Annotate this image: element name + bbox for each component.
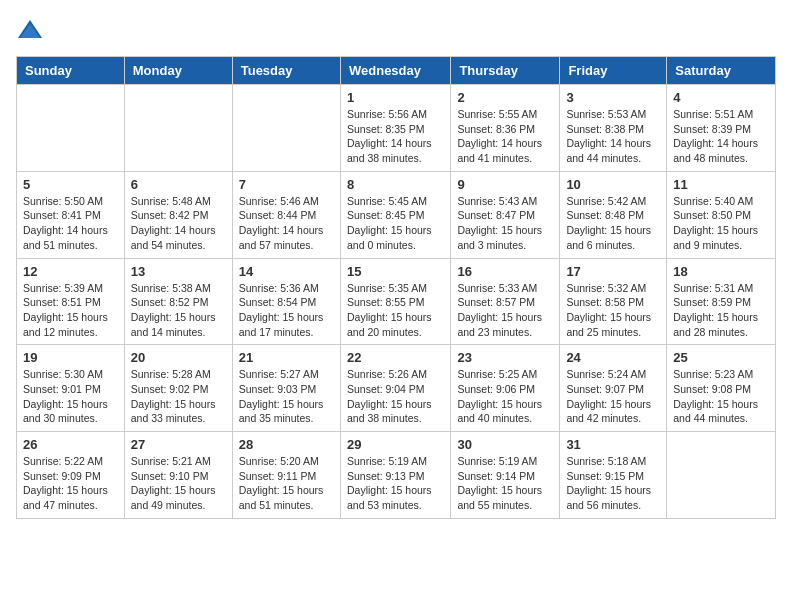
- day-header-friday: Friday: [560, 57, 667, 85]
- week-row-4: 19Sunrise: 5:30 AM Sunset: 9:01 PM Dayli…: [17, 345, 776, 432]
- day-header-tuesday: Tuesday: [232, 57, 340, 85]
- cell-info: Sunrise: 5:35 AM Sunset: 8:55 PM Dayligh…: [347, 281, 444, 340]
- calendar-cell: 21Sunrise: 5:27 AM Sunset: 9:03 PM Dayli…: [232, 345, 340, 432]
- calendar-cell: 11Sunrise: 5:40 AM Sunset: 8:50 PM Dayli…: [667, 171, 776, 258]
- calendar-cell: 20Sunrise: 5:28 AM Sunset: 9:02 PM Dayli…: [124, 345, 232, 432]
- cell-date: 31: [566, 437, 660, 452]
- calendar-cell: [124, 85, 232, 172]
- calendar-cell: 10Sunrise: 5:42 AM Sunset: 8:48 PM Dayli…: [560, 171, 667, 258]
- cell-info: Sunrise: 5:38 AM Sunset: 8:52 PM Dayligh…: [131, 281, 226, 340]
- cell-date: 2: [457, 90, 553, 105]
- week-row-1: 1Sunrise: 5:56 AM Sunset: 8:35 PM Daylig…: [17, 85, 776, 172]
- cell-info: Sunrise: 5:27 AM Sunset: 9:03 PM Dayligh…: [239, 367, 334, 426]
- calendar-cell: 7Sunrise: 5:46 AM Sunset: 8:44 PM Daylig…: [232, 171, 340, 258]
- cell-date: 11: [673, 177, 769, 192]
- cell-info: Sunrise: 5:19 AM Sunset: 9:13 PM Dayligh…: [347, 454, 444, 513]
- logo-icon: [16, 16, 44, 44]
- calendar-cell: 17Sunrise: 5:32 AM Sunset: 8:58 PM Dayli…: [560, 258, 667, 345]
- day-header-sunday: Sunday: [17, 57, 125, 85]
- cell-info: Sunrise: 5:24 AM Sunset: 9:07 PM Dayligh…: [566, 367, 660, 426]
- calendar-cell: 25Sunrise: 5:23 AM Sunset: 9:08 PM Dayli…: [667, 345, 776, 432]
- calendar-cell: 31Sunrise: 5:18 AM Sunset: 9:15 PM Dayli…: [560, 432, 667, 519]
- cell-date: 5: [23, 177, 118, 192]
- calendar-cell: 4Sunrise: 5:51 AM Sunset: 8:39 PM Daylig…: [667, 85, 776, 172]
- cell-date: 8: [347, 177, 444, 192]
- calendar-cell: 15Sunrise: 5:35 AM Sunset: 8:55 PM Dayli…: [340, 258, 450, 345]
- cell-date: 28: [239, 437, 334, 452]
- cell-info: Sunrise: 5:53 AM Sunset: 8:38 PM Dayligh…: [566, 107, 660, 166]
- calendar-cell: [667, 432, 776, 519]
- calendar-cell: 6Sunrise: 5:48 AM Sunset: 8:42 PM Daylig…: [124, 171, 232, 258]
- cell-date: 24: [566, 350, 660, 365]
- cell-date: 12: [23, 264, 118, 279]
- day-header-thursday: Thursday: [451, 57, 560, 85]
- calendar-cell: 18Sunrise: 5:31 AM Sunset: 8:59 PM Dayli…: [667, 258, 776, 345]
- cell-date: 18: [673, 264, 769, 279]
- cell-date: 3: [566, 90, 660, 105]
- cell-info: Sunrise: 5:33 AM Sunset: 8:57 PM Dayligh…: [457, 281, 553, 340]
- cell-info: Sunrise: 5:51 AM Sunset: 8:39 PM Dayligh…: [673, 107, 769, 166]
- cell-date: 29: [347, 437, 444, 452]
- calendar-cell: 5Sunrise: 5:50 AM Sunset: 8:41 PM Daylig…: [17, 171, 125, 258]
- day-header-saturday: Saturday: [667, 57, 776, 85]
- cell-date: 23: [457, 350, 553, 365]
- cell-info: Sunrise: 5:43 AM Sunset: 8:47 PM Dayligh…: [457, 194, 553, 253]
- cell-info: Sunrise: 5:32 AM Sunset: 8:58 PM Dayligh…: [566, 281, 660, 340]
- cell-date: 25: [673, 350, 769, 365]
- cell-date: 20: [131, 350, 226, 365]
- calendar-cell: 13Sunrise: 5:38 AM Sunset: 8:52 PM Dayli…: [124, 258, 232, 345]
- cell-info: Sunrise: 5:48 AM Sunset: 8:42 PM Dayligh…: [131, 194, 226, 253]
- cell-info: Sunrise: 5:20 AM Sunset: 9:11 PM Dayligh…: [239, 454, 334, 513]
- calendar-cell: 12Sunrise: 5:39 AM Sunset: 8:51 PM Dayli…: [17, 258, 125, 345]
- cell-date: 22: [347, 350, 444, 365]
- cell-date: 13: [131, 264, 226, 279]
- calendar-cell: 9Sunrise: 5:43 AM Sunset: 8:47 PM Daylig…: [451, 171, 560, 258]
- cell-date: 17: [566, 264, 660, 279]
- cell-info: Sunrise: 5:25 AM Sunset: 9:06 PM Dayligh…: [457, 367, 553, 426]
- week-row-2: 5Sunrise: 5:50 AM Sunset: 8:41 PM Daylig…: [17, 171, 776, 258]
- cell-info: Sunrise: 5:42 AM Sunset: 8:48 PM Dayligh…: [566, 194, 660, 253]
- day-header-monday: Monday: [124, 57, 232, 85]
- cell-date: 7: [239, 177, 334, 192]
- cell-info: Sunrise: 5:31 AM Sunset: 8:59 PM Dayligh…: [673, 281, 769, 340]
- cell-date: 30: [457, 437, 553, 452]
- cell-date: 15: [347, 264, 444, 279]
- calendar-table: SundayMondayTuesdayWednesdayThursdayFrid…: [16, 56, 776, 519]
- cell-date: 26: [23, 437, 118, 452]
- cell-info: Sunrise: 5:19 AM Sunset: 9:14 PM Dayligh…: [457, 454, 553, 513]
- calendar-cell: 2Sunrise: 5:55 AM Sunset: 8:36 PM Daylig…: [451, 85, 560, 172]
- cell-date: 9: [457, 177, 553, 192]
- calendar-cell: 23Sunrise: 5:25 AM Sunset: 9:06 PM Dayli…: [451, 345, 560, 432]
- calendar-cell: 29Sunrise: 5:19 AM Sunset: 9:13 PM Dayli…: [340, 432, 450, 519]
- cell-date: 19: [23, 350, 118, 365]
- cell-info: Sunrise: 5:23 AM Sunset: 9:08 PM Dayligh…: [673, 367, 769, 426]
- calendar-cell: 8Sunrise: 5:45 AM Sunset: 8:45 PM Daylig…: [340, 171, 450, 258]
- cell-info: Sunrise: 5:28 AM Sunset: 9:02 PM Dayligh…: [131, 367, 226, 426]
- calendar-cell: 24Sunrise: 5:24 AM Sunset: 9:07 PM Dayli…: [560, 345, 667, 432]
- cell-info: Sunrise: 5:30 AM Sunset: 9:01 PM Dayligh…: [23, 367, 118, 426]
- cell-info: Sunrise: 5:46 AM Sunset: 8:44 PM Dayligh…: [239, 194, 334, 253]
- calendar-cell: 3Sunrise: 5:53 AM Sunset: 8:38 PM Daylig…: [560, 85, 667, 172]
- cell-info: Sunrise: 5:39 AM Sunset: 8:51 PM Dayligh…: [23, 281, 118, 340]
- logo: [16, 16, 48, 44]
- page-header: [16, 16, 776, 44]
- calendar-cell: 26Sunrise: 5:22 AM Sunset: 9:09 PM Dayli…: [17, 432, 125, 519]
- calendar-header-row: SundayMondayTuesdayWednesdayThursdayFrid…: [17, 57, 776, 85]
- calendar-cell: 19Sunrise: 5:30 AM Sunset: 9:01 PM Dayli…: [17, 345, 125, 432]
- calendar-cell: 1Sunrise: 5:56 AM Sunset: 8:35 PM Daylig…: [340, 85, 450, 172]
- cell-date: 10: [566, 177, 660, 192]
- cell-info: Sunrise: 5:18 AM Sunset: 9:15 PM Dayligh…: [566, 454, 660, 513]
- cell-info: Sunrise: 5:55 AM Sunset: 8:36 PM Dayligh…: [457, 107, 553, 166]
- calendar-cell: 27Sunrise: 5:21 AM Sunset: 9:10 PM Dayli…: [124, 432, 232, 519]
- cell-info: Sunrise: 5:22 AM Sunset: 9:09 PM Dayligh…: [23, 454, 118, 513]
- cell-info: Sunrise: 5:21 AM Sunset: 9:10 PM Dayligh…: [131, 454, 226, 513]
- calendar-cell: [232, 85, 340, 172]
- cell-info: Sunrise: 5:45 AM Sunset: 8:45 PM Dayligh…: [347, 194, 444, 253]
- calendar-cell: 14Sunrise: 5:36 AM Sunset: 8:54 PM Dayli…: [232, 258, 340, 345]
- day-header-wednesday: Wednesday: [340, 57, 450, 85]
- cell-date: 16: [457, 264, 553, 279]
- cell-info: Sunrise: 5:40 AM Sunset: 8:50 PM Dayligh…: [673, 194, 769, 253]
- cell-date: 14: [239, 264, 334, 279]
- calendar-cell: 28Sunrise: 5:20 AM Sunset: 9:11 PM Dayli…: [232, 432, 340, 519]
- cell-info: Sunrise: 5:56 AM Sunset: 8:35 PM Dayligh…: [347, 107, 444, 166]
